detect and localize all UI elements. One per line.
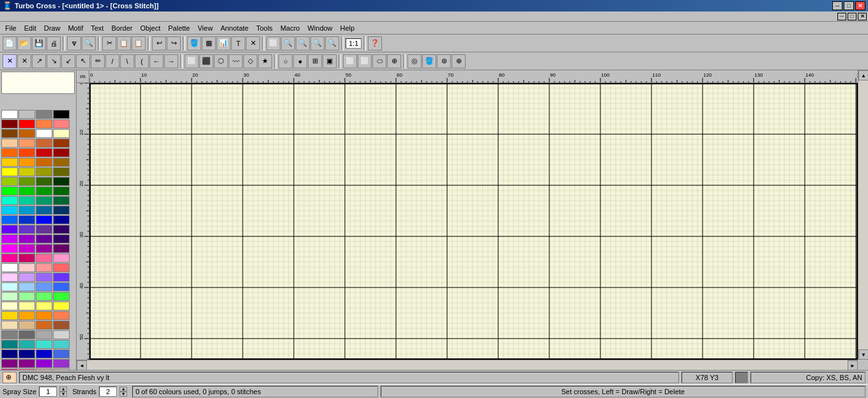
color-cell-89[interactable] — [19, 321, 35, 330]
color-cell-25[interactable] — [19, 167, 35, 176]
open-button[interactable]: 📂 — [17, 36, 31, 50]
curve-tool[interactable]: ( — [135, 54, 149, 68]
menu-motif[interactable]: Motif — [64, 23, 87, 33]
cut-button[interactable]: ✂ — [102, 36, 116, 50]
color-cell-82[interactable] — [36, 302, 52, 310]
menu-window[interactable]: Window — [303, 23, 336, 33]
color-cell-31[interactable] — [53, 177, 70, 186]
menu-edit[interactable]: Edit — [20, 23, 40, 33]
select-tool[interactable]: ⬜ — [358, 54, 372, 68]
color-cell-49[interactable] — [19, 225, 35, 234]
color-cell-86[interactable] — [36, 311, 52, 320]
menu-palette[interactable]: Palette — [164, 23, 194, 33]
color-cell-105[interactable] — [19, 359, 35, 368]
zoom-fit-button[interactable]: 🔍 — [310, 36, 324, 50]
color-cell-56[interactable] — [1, 244, 18, 253]
color-cell-110[interactable] — [36, 369, 52, 370]
undo-button[interactable]: ↩ — [152, 36, 166, 50]
color-cell-76[interactable] — [1, 292, 18, 301]
color-cell-51[interactable] — [53, 225, 70, 234]
color-cell-10[interactable] — [36, 129, 52, 138]
color-cell-26[interactable] — [36, 167, 52, 176]
strands-input[interactable] — [99, 387, 117, 397]
zoom-width-button[interactable]: 🔍 — [325, 36, 339, 50]
color-cell-53[interactable] — [19, 234, 35, 243]
grid-canvas[interactable] — [89, 83, 858, 360]
color-cell-60[interactable] — [1, 254, 18, 263]
color-cell-3[interactable] — [53, 110, 70, 119]
menu-view[interactable]: View — [194, 23, 217, 33]
spray-size-down[interactable]: ▼ — [59, 392, 67, 397]
color-cell-15[interactable] — [53, 139, 70, 148]
color-cell-13[interactable] — [19, 139, 35, 148]
color-cell-7[interactable] — [53, 119, 70, 128]
color-cell-44[interactable] — [1, 215, 18, 224]
color-cell-108[interactable] — [1, 369, 18, 370]
color-cell-4[interactable] — [1, 119, 18, 128]
strands-down[interactable]: ▼ — [119, 392, 127, 397]
back-slash[interactable]: \ — [120, 54, 134, 68]
color-cell-45[interactable] — [19, 215, 35, 224]
star-tool[interactable]: ★ — [258, 54, 272, 68]
symmetry-tool[interactable]: ⊛ — [437, 54, 451, 68]
color-cell-78[interactable] — [36, 292, 52, 301]
color-cell-107[interactable] — [53, 359, 70, 368]
eraser-tool[interactable]: ⬜ — [343, 54, 357, 68]
color-cell-62[interactable] — [36, 254, 52, 263]
color-cell-109[interactable] — [19, 369, 35, 370]
diamond-tool[interactable]: ◇ — [243, 54, 257, 68]
scroll-down-button[interactable]: ▼ — [858, 349, 868, 360]
color-cell-39[interactable] — [53, 196, 70, 205]
stitch-canvas[interactable] — [89, 83, 858, 360]
color-cell-88[interactable] — [1, 321, 18, 330]
color-cell-71[interactable] — [53, 273, 70, 282]
color-cell-81[interactable] — [19, 302, 35, 310]
color-cell-95[interactable] — [53, 330, 70, 339]
color-cell-97[interactable] — [19, 340, 35, 349]
color-cell-101[interactable] — [19, 349, 35, 358]
arrow-right-tool[interactable]: → — [164, 54, 178, 68]
redo-button[interactable]: ↪ — [167, 36, 181, 50]
diagonal-br[interactable]: ↘ — [47, 54, 61, 68]
color-cell-17[interactable] — [19, 148, 35, 157]
color-cell-8[interactable] — [1, 129, 18, 138]
color-cell-43[interactable] — [53, 206, 70, 215]
color-cell-111[interactable] — [53, 369, 70, 370]
copy-button[interactable]: 📋 — [117, 36, 131, 50]
color-cell-32[interactable] — [1, 187, 18, 195]
color-cell-22[interactable] — [36, 158, 52, 167]
color-cell-77[interactable] — [19, 292, 35, 301]
diagonal-tl[interactable]: ↖ — [76, 54, 90, 68]
color-cell-91[interactable] — [53, 321, 70, 330]
color-cell-23[interactable] — [53, 158, 70, 167]
color-cell-50[interactable] — [36, 225, 52, 234]
color-cell-5[interactable] — [19, 119, 35, 128]
color-cell-84[interactable] — [1, 311, 18, 320]
help-button[interactable]: ❓ — [368, 36, 382, 50]
color-cell-33[interactable] — [19, 187, 35, 195]
menu-object[interactable]: Object — [136, 23, 164, 33]
color-cell-80[interactable] — [1, 302, 18, 310]
pencil-tool[interactable]: ✏ — [91, 54, 105, 68]
color-cell-19[interactable] — [53, 148, 70, 157]
color-cell-42[interactable] — [36, 206, 52, 215]
strands-up[interactable]: ▲ — [119, 387, 127, 392]
color-cell-96[interactable] — [1, 340, 18, 349]
inner-maximize[interactable]: □ — [848, 13, 857, 20]
cross-fill-tool[interactable]: ⊞ — [308, 54, 322, 68]
color-cell-35[interactable] — [53, 187, 70, 195]
color-cell-61[interactable] — [19, 254, 35, 263]
color-cell-57[interactable] — [19, 244, 35, 253]
color-cell-34[interactable] — [36, 187, 52, 195]
color-cell-73[interactable] — [19, 282, 35, 291]
color-cell-99[interactable] — [53, 340, 70, 349]
zoom-out-button[interactable]: 🔍 — [296, 36, 310, 50]
color-cell-85[interactable] — [19, 311, 35, 320]
save-button[interactable]: 💾 — [32, 36, 46, 50]
scroll-track-horizontal[interactable] — [87, 360, 848, 370]
find-button[interactable]: 🔍 — [82, 36, 96, 50]
text-button[interactable]: T — [231, 36, 245, 50]
minimize-button[interactable]: ─ — [832, 1, 842, 10]
color-cell-64[interactable] — [1, 263, 18, 272]
menu-macro[interactable]: Macro — [277, 23, 304, 33]
